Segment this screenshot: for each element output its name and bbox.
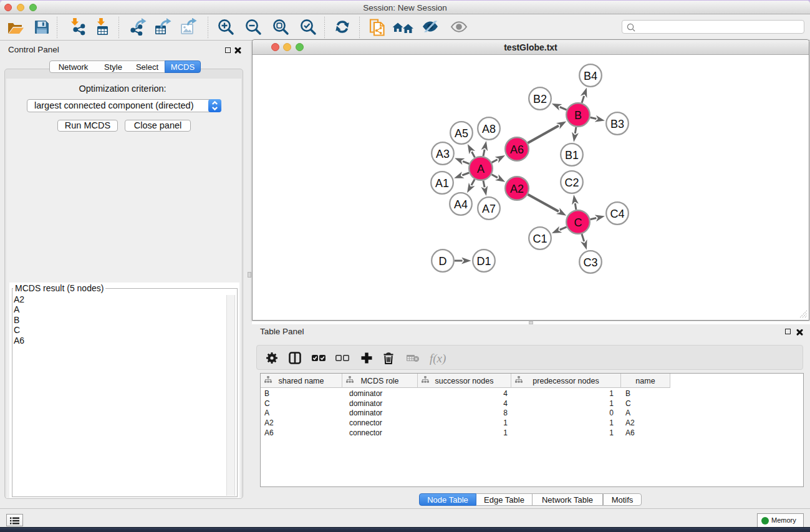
svg-text:A2: A2 (510, 183, 524, 195)
svg-text:B3: B3 (610, 118, 624, 130)
svg-text:A3: A3 (436, 148, 450, 160)
svg-text:B: B (574, 109, 582, 122)
svg-text:B1: B1 (565, 149, 579, 162)
svg-text:A1: A1 (435, 177, 449, 190)
svg-text:B4: B4 (584, 70, 597, 82)
svg-text:D: D (439, 255, 447, 268)
svg-text:f(x): f(x) (430, 352, 446, 365)
svg-text:A4: A4 (454, 198, 468, 211)
svg-text:C3: C3 (583, 256, 597, 269)
svg-text:A5: A5 (455, 127, 468, 140)
svg-text:C2: C2 (564, 177, 579, 189)
svg-text:C4: C4 (610, 208, 624, 220)
svg-text:A6: A6 (510, 143, 524, 156)
svg-text:A: A (477, 163, 485, 175)
svg-text:A8: A8 (482, 123, 496, 135)
svg-text:C1: C1 (533, 233, 547, 245)
svg-text:C: C (574, 216, 582, 229)
svg-text:B2: B2 (533, 93, 547, 105)
svg-text:A7: A7 (482, 203, 496, 215)
svg-text:D1: D1 (476, 255, 491, 268)
